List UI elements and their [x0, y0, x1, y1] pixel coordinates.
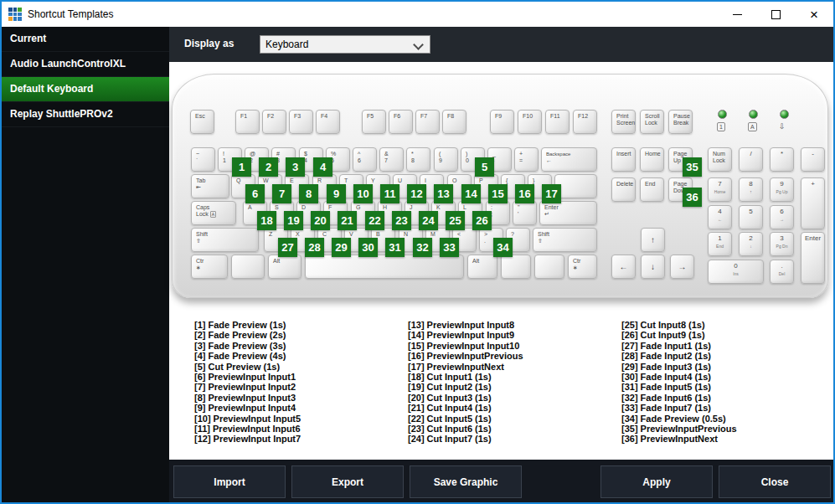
sidebar-item-current[interactable]: Current	[2, 27, 169, 52]
key-shift-right[interactable]: Shift⇧	[533, 228, 597, 252]
key-f6[interactable]: F6	[389, 110, 413, 134]
app-icon-tile	[13, 8, 18, 12]
shortcut-item: [10] PreviewInput Input5	[194, 414, 404, 424]
key-np-1[interactable]: 1End	[708, 232, 732, 256]
key-backquote[interactable]: ~`	[191, 147, 215, 172]
key-np-6[interactable]: 6→	[770, 205, 794, 229]
key-scroll-lock[interactable]: ScrollLock	[640, 110, 664, 134]
shortcut-item: [25] Cut Input8 (1s)	[621, 320, 831, 330]
key-np-divide[interactable]: /	[739, 147, 763, 172]
key-np-3[interactable]: 3Pg Dn	[770, 232, 794, 256]
key-blank-r2[interactable]	[534, 255, 564, 279]
shortcut-badge-8: 8	[299, 184, 318, 203]
window-close-button[interactable]: ×	[795, 2, 833, 27]
shortcut-badge-3: 3	[286, 157, 305, 177]
key-f2[interactable]: F2	[262, 110, 286, 134]
sidebar-item-default-keyboard[interactable]: Default Keyboard	[2, 77, 169, 102]
key-arrow-up[interactable]: ↑	[641, 228, 665, 252]
import-button[interactable]: Import	[173, 465, 286, 498]
key-print-screen[interactable]: PrintScreen	[611, 110, 636, 134]
shortcut-item: [6] PreviewInput Input1	[194, 372, 404, 382]
footer: ImportExportSave GraphicApplyClose	[169, 460, 833, 502]
key-f8[interactable]: F8	[442, 110, 466, 134]
shortcut-item: [13] PreviewInput Input8	[408, 320, 617, 330]
key-delete[interactable]: Delete	[611, 177, 636, 202]
shortcut-badge-17: 17	[542, 184, 561, 203]
shortcut-item: [8] PreviewInput Input3	[194, 393, 404, 403]
shortcut-item: [28] Fade Input2 (1s)	[621, 351, 831, 361]
key-f4[interactable]: F4	[316, 110, 340, 134]
key-np-plus[interactable]: +	[801, 177, 825, 229]
key-np-5[interactable]: 5	[739, 205, 763, 229]
key-f9[interactable]: F9	[490, 110, 514, 134]
app-icon	[8, 8, 22, 21]
key-insert[interactable]: Insert	[611, 147, 636, 172]
key-equals[interactable]: +=	[514, 147, 539, 172]
key-np-dot[interactable]: .Del	[770, 260, 794, 284]
key-ctrl-right[interactable]: Ctr∗	[568, 255, 597, 279]
shortcut-item: [1] Fade Preview (1s)	[194, 320, 404, 330]
key-alt-right[interactable]: Alt	[467, 255, 497, 279]
key-digit-7[interactable]: &7	[379, 147, 404, 172]
display-as-select[interactable]: Keyboard	[260, 35, 430, 54]
caps-lock-led	[749, 110, 758, 119]
export-button[interactable]: Export	[291, 465, 404, 498]
key-f10[interactable]: F10	[518, 110, 542, 134]
key-np-4[interactable]: 4←	[708, 205, 732, 229]
app-icon-tile	[18, 8, 22, 12]
key-np-0[interactable]: 0Ins	[708, 260, 764, 284]
display-as-value: Keyboard	[265, 39, 308, 50]
shortcut-item: [12] PreviewInput Input7	[194, 434, 404, 444]
shortcut-badge-14: 14	[461, 184, 481, 203]
maximize-icon	[771, 10, 781, 19]
shortcut-badge-15: 15	[488, 184, 508, 203]
shortcut-badge-18: 18	[257, 211, 276, 230]
key-f3[interactable]: F3	[289, 110, 313, 134]
sidebar-item-replay-shuttleprov2[interactable]: Replay ShuttlePROv2	[2, 102, 169, 127]
shortcut-item: [4] Fade Preview (4s)	[194, 351, 404, 361]
key-f1[interactable]: F1	[235, 110, 260, 134]
key-blank-r1[interactable]	[501, 255, 531, 279]
key-np-8[interactable]: 8↑	[739, 177, 763, 202]
close-button[interactable]: Close	[719, 465, 831, 498]
key-arrow-down[interactable]: ↓	[641, 255, 665, 279]
key-digit-9[interactable]: (9	[434, 147, 458, 172]
sidebar-item-audio-launchcontrolxl[interactable]: Audio LaunchControlXL	[2, 52, 169, 77]
key-digit-8[interactable]: *8	[406, 147, 430, 172]
key-shift-left[interactable]: Shift⇧	[191, 228, 259, 252]
save-graphic-button[interactable]: Save Graphic	[410, 465, 522, 498]
minimize-button[interactable]	[718, 2, 756, 27]
key-np-7[interactable]: 7Home	[708, 177, 732, 202]
key-arrow-left[interactable]: ←	[611, 255, 636, 279]
maximize-button[interactable]	[756, 2, 795, 27]
key-arrow-right[interactable]: →	[670, 255, 694, 279]
key-ctrl-left[interactable]: Ctr∗	[191, 255, 228, 279]
key-np-multiply[interactable]: *	[770, 147, 794, 172]
key-np-minus[interactable]: -	[801, 147, 825, 172]
key-np-9[interactable]: 9Pg Up	[770, 177, 794, 202]
key-caps-lock[interactable]: CapsLockA	[191, 201, 236, 225]
key-end[interactable]: End	[640, 177, 664, 202]
key-f11[interactable]: F11	[545, 110, 570, 134]
key-enter[interactable]: Enter↵	[539, 201, 597, 225]
content-area: EscF1F2F3F4F5F6F7F8F9F10F11F12PrintScree…	[169, 62, 833, 460]
key-blank-left[interactable]	[231, 255, 265, 279]
key-digit-6[interactable]: ^6	[353, 147, 377, 172]
key-np-2[interactable]: 2↓	[739, 232, 763, 256]
app-icon-tile	[8, 13, 13, 17]
key-num-lock[interactable]: NumLock	[708, 147, 732, 172]
shortcut-badge-21: 21	[338, 211, 357, 230]
key-pause-break[interactable]: PauseBreak	[668, 110, 693, 134]
key-esc[interactable]: Esc	[190, 110, 214, 134]
key-quote[interactable]: "'	[513, 201, 537, 225]
key-home[interactable]: Home	[640, 147, 664, 172]
key-alt-left[interactable]: Alt	[268, 255, 302, 279]
key-np-enter[interactable]: Enter	[801, 232, 825, 284]
key-f12[interactable]: F12	[573, 110, 597, 134]
key-f7[interactable]: F7	[415, 110, 440, 134]
key-backspace[interactable]: Backspace←	[541, 147, 597, 172]
key-f5[interactable]: F5	[362, 110, 386, 134]
apply-button[interactable]: Apply	[600, 465, 713, 498]
key-tab[interactable]: Tab⇤	[191, 174, 229, 198]
key-space[interactable]	[305, 255, 464, 279]
